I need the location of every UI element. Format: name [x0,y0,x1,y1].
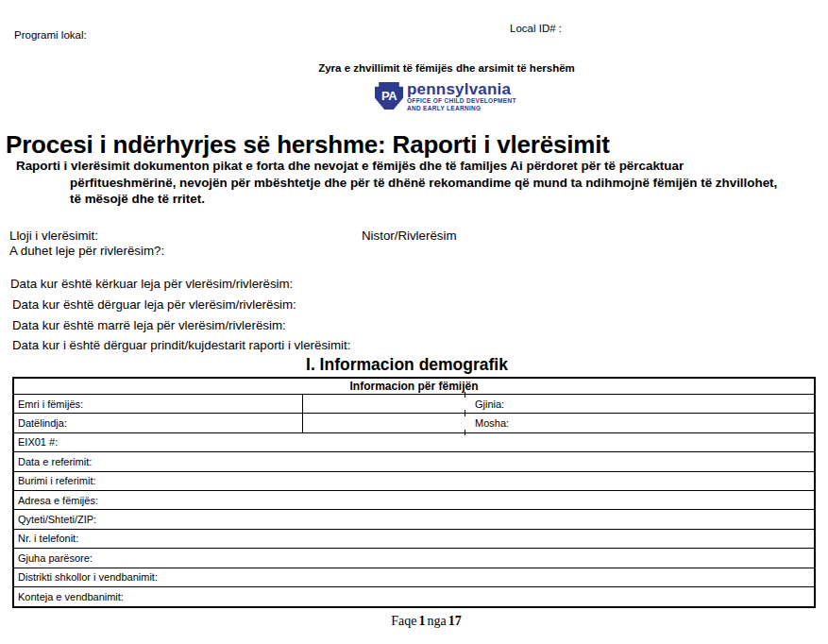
date-permission-requested-label: Data kur është kërkuar leja për vlerësim… [10,277,293,291]
age-label: Mosha: [465,417,509,429]
child-name-cell: Emri i fëmijës: [14,395,303,413]
local-id-label: Local ID# : [510,23,562,34]
table-row: Qyteti/Shteti/ZIP: [14,510,814,529]
footer-total-pages: 17 [448,614,462,628]
table-row: Data e referimit: [14,452,814,471]
logo-tagline-line2: AND EARLY LEARNING [407,105,516,112]
page-title: Procesi i ndërhyrjes së hershme: Raporti… [6,130,610,160]
keystone-pa-text: PA [381,89,397,103]
footer-page-number: 1 [419,614,426,628]
office-heading: Zyra e zhvillimit të fëmijës dhe arsimit… [65,62,828,74]
table-row: Konteja e vendbanimit: [14,587,814,606]
ocdel-logo: PA pennsylvania OFFICE OF CHILD DEVELOPM… [375,82,516,111]
birthdate-cell: Datëlindja: [14,414,303,432]
school-district-cell: Distrikti shkollor i vendbanimit: [14,568,814,586]
phone-label: Nr. i telefonit: [14,533,78,544]
table-row: Datëlindja: Mosha: [14,414,814,432]
gender-label: Gjinia: [465,398,504,410]
school-district-label: Distrikti shkollor i vendbanimit: [14,571,158,583]
footer-page-word: Faqe [391,614,416,628]
logo-text-block: pennsylvania OFFICE OF CHILD DEVELOPMENT… [407,82,516,111]
primary-language-cell: Gjuha parësore: [14,549,814,567]
table-row: Gjuha parësore: [14,549,814,568]
intro-paragraph: Raporti i vlerësimit dokumenton pikat e … [16,158,787,208]
evaluation-type-value: Nistor/Rivlerësim [362,229,456,243]
eix01-label: EIX01 #: [14,436,58,448]
child-address-label: Adresa e fëmijës: [14,495,98,506]
county-cell: Konteja e vendbanimit: [14,587,814,606]
eix01-cell: EIX01 #: [14,433,814,451]
logo-brand-text: pennsylvania [407,82,516,97]
table-row: EIX01 #: [14,433,814,452]
footer-of-word: nga [428,614,447,628]
local-program-label: Programi lokal: [14,29,87,41]
table-row: Adresa e fëmijës: [14,491,814,510]
logo-tagline-line1: OFFICE OF CHILD DEVELOPMENT [407,97,516,105]
table-header: Informacion për fëmijën [14,379,814,395]
evaluation-type-label: Lloji i vlerësimit: [9,229,98,243]
city-state-zip-label: Qyteti/Shteti/ZIP: [14,514,96,525]
child-name-label: Emri i fëmijës: [14,398,83,410]
birthdate-label: Datëlindja: [14,417,67,429]
primary-language-label: Gjuha parësore: [14,552,93,564]
table-row: Burimi i referimit: [14,472,814,491]
referral-date-label: Data e referimit: [14,456,92,467]
date-permission-received-label: Data kur është marrë leja për vlerësim/r… [12,318,286,332]
cell-border-tick [465,392,465,398]
child-information-table: Informacion për fëmijën Emri i fëmijës: … [12,377,816,608]
table-row: Emri i fëmijës: Gjinia: [14,395,814,414]
phone-cell: Nr. i telefonit: [14,530,814,548]
pa-keystone-icon: PA [375,82,403,110]
referral-source-label: Burimi i referimit: [14,475,96,486]
referral-source-cell: Burimi i referimit: [14,472,814,490]
empty-cell [303,395,465,413]
gender-cell: Gjinia: [465,395,814,413]
table-row: Nr. i telefonit: [14,530,814,549]
page-footer: Faqe1nga17 [0,614,828,629]
empty-cell [303,414,465,432]
date-permission-sent-label: Data kur është dërguar leja për vlerësim… [12,297,296,312]
table-row: Distrikti shkollor i vendbanimit: [14,568,814,587]
date-report-sent-label: Data kur i është dërguar prindit/kujdest… [12,338,350,352]
city-state-zip-cell: Qyteti/Shteti/ZIP: [14,510,814,528]
reevaluation-permission-label: A duhet leje për rivlerësim?: [9,244,164,258]
cell-border-tick [465,411,465,416]
age-cell: Mosha: [465,414,814,432]
section-title-demographic: I. Informacion demografik [0,355,814,375]
referral-date-cell: Data e referimit: [14,452,814,470]
child-address-cell: Adresa e fëmijës: [14,491,814,509]
evaluation-report-page: Programi lokal: Local ID# : Zyra e zhvil… [0,0,828,644]
county-label: Konteja e vendbanimit: [14,591,124,602]
